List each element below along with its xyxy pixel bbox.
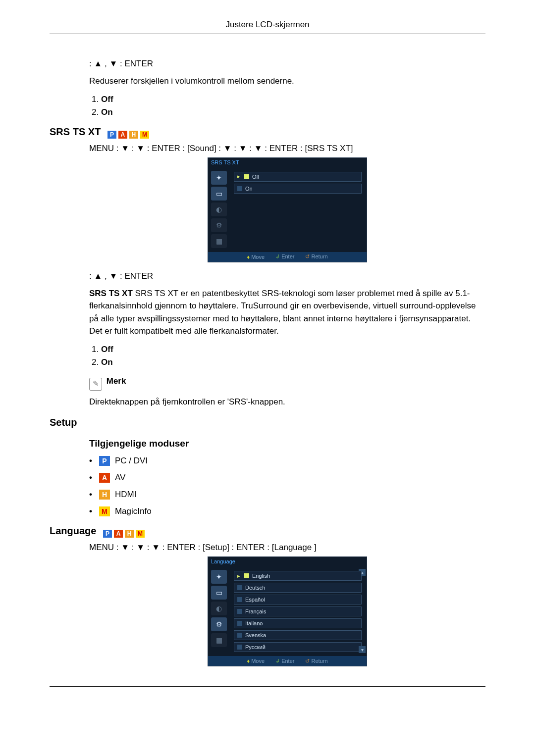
note-label: Merk [107,376,126,386]
osd-tab-multi-icon[interactable]: ▦ [211,234,227,248]
osd-item-off[interactable]: Off [234,172,362,182]
mode-av: A AV [89,473,485,483]
osd-footer: ♦ Move ↲ Enter ↺ Return [208,252,367,262]
osd-item-francais[interactable]: Français [234,606,362,616]
chip-a-icon: A [99,473,110,483]
option-off: Off [101,345,113,354]
osd-srs: SRS TS XT ✦ ▭ ◐ ⚙ ▦ Off On ♦ Move ↲ Ente… [208,157,367,262]
srs-menu-path: MENU : ▼ : ▼ : ENTER : [Sound] : ▼ : ▼ :… [89,144,485,153]
osd-tab-picture-icon[interactable]: ✦ [211,570,227,584]
chip-m-icon: M [99,506,110,516]
language-heading: Language P A H M [50,525,485,538]
osd-item-espanol[interactable]: Español [234,595,362,605]
option-on: On [101,107,113,117]
chip-p-icon: P [107,131,116,139]
osd-language-title: Language [208,557,367,566]
osd-item-svenska[interactable]: Svenska [234,630,362,640]
option-off: Off [101,95,113,104]
srs-nav-instruction: : ▲ , ▼ : ENTER [89,271,485,281]
osd-tab-input-icon[interactable]: ▭ [211,586,227,600]
osd-item-english[interactable]: English [234,571,362,581]
option-on: On [101,357,113,367]
osd-item-italiano[interactable]: Italiano [234,618,362,628]
osd-tab-sound-icon[interactable]: ◐ [211,202,227,216]
chip-m-icon: M [140,131,149,139]
modes-heading: Tilgjengelige moduser [89,438,485,449]
mode-magicinfo: M MagicInfo [89,506,485,516]
modes-list: P PC / DVI A AV H HDMI M MagicInfo [89,456,485,516]
srs-options: Off On [89,345,485,367]
mode-chips: P A H M [102,530,145,538]
osd-sidebar: ✦ ▭ ◐ ⚙ ▦ [208,566,230,656]
osd-srs-title: SRS TS XT [208,158,367,167]
srs-description: SRS TS XT SRS TS XT er en patentbeskytte… [89,287,485,338]
osd-footer: ♦ Move ↲ Enter ↺ Return [208,656,367,666]
chip-a-icon: A [114,530,123,538]
header-rule [50,34,485,34]
osd-sidebar: ✦ ▭ ◐ ⚙ ▦ [208,167,230,252]
osd-item-russian[interactable]: Русский [234,642,362,652]
osd-tab-multi-icon[interactable]: ▦ [211,633,227,647]
osd-tab-picture-icon[interactable]: ✦ [211,171,227,185]
footer-rule [50,686,485,687]
chip-h-icon: H [125,530,134,538]
nav-instruction: : ▲ , ▼ : ENTER [89,59,485,69]
mode-hdmi: H HDMI [89,490,485,500]
chip-h-icon: H [99,490,110,500]
auto-volume-options: Off On [89,95,485,117]
mode-pc-dvi: P PC / DVI [89,456,485,466]
setup-heading: Setup [50,417,485,428]
note-icon: ✎ [89,378,102,391]
page-header: Justere LCD-skjermen [50,20,485,34]
mode-chips: P A H M [107,131,149,139]
chip-a-icon: A [118,131,127,139]
osd-item-deutsch[interactable]: Deutsch [234,583,362,593]
osd-item-on[interactable]: On [234,184,362,194]
osd-language: Language ✦ ▭ ◐ ⚙ ▦ ▴ English Deutsch Esp… [208,556,367,666]
srs-heading: SRS TS XT P A H M [50,126,485,139]
chip-p-icon: P [103,530,112,538]
chip-p-icon: P [99,456,110,466]
osd-tab-setup-icon[interactable]: ⚙ [211,617,227,631]
auto-volume-description: Reduserer forskjellen i volumkontroll me… [89,75,485,88]
language-menu-path: MENU : ▼ : ▼ : ▼ : ENTER : [Setup] : ENT… [89,543,485,553]
osd-tab-sound-icon[interactable]: ◐ [211,602,227,615]
chip-m-icon: M [136,530,145,538]
note-text: Direkteknappen på fjernkontrollen er 'SR… [89,396,485,408]
osd-tab-input-icon[interactable]: ▭ [211,187,227,201]
note-block: ✎ Merk [89,376,485,391]
scroll-down-icon[interactable]: ▾ [359,646,366,653]
osd-tab-setup-icon[interactable]: ⚙ [211,218,227,232]
chip-h-icon: H [129,131,138,139]
